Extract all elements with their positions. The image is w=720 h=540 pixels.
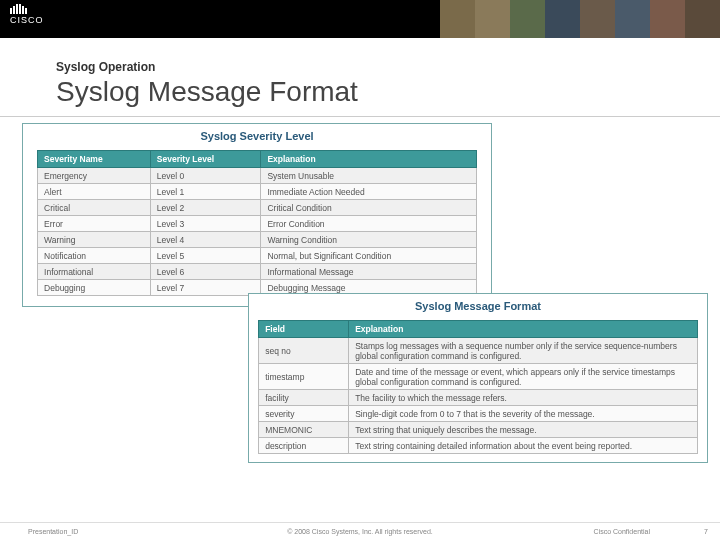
copyright: © 2008 Cisco Systems, Inc. All rights re… xyxy=(287,528,433,535)
brand-text: CISCO xyxy=(10,15,44,25)
table-row: InformationalLevel 6Informational Messag… xyxy=(38,264,477,280)
severity-title: Syslog Severity Level xyxy=(23,124,491,150)
col-header: Explanation xyxy=(349,321,698,338)
format-title: Syslog Message Format xyxy=(249,294,707,320)
confidential: Cisco Confidential xyxy=(594,528,650,535)
table-header-row: Field Explanation xyxy=(259,321,698,338)
table-row: AlertLevel 1Immediate Action Needed xyxy=(38,184,477,200)
format-panel: Syslog Message Format Field Explanation … xyxy=(248,293,708,463)
table-row: MNEMONICText string that uniquely descri… xyxy=(259,422,698,438)
col-header: Field xyxy=(259,321,349,338)
table-row: ErrorLevel 3Error Condition xyxy=(38,216,477,232)
footer: Presentation_ID © 2008 Cisco Systems, In… xyxy=(0,522,720,540)
table-row: severitySingle-digit code from 0 to 7 th… xyxy=(259,406,698,422)
table-row: descriptionText string containing detail… xyxy=(259,438,698,454)
table-row: CriticalLevel 2Critical Condition xyxy=(38,200,477,216)
content-area: Syslog Severity Level Severity Name Seve… xyxy=(0,116,720,526)
table-row: NotificationLevel 5Normal, but Significa… xyxy=(38,248,477,264)
page-number: 7 xyxy=(704,528,708,535)
col-header: Severity Level xyxy=(150,151,261,168)
slide-title: Syslog Message Format xyxy=(56,76,720,108)
col-header: Explanation xyxy=(261,151,477,168)
table-row: facilityThe facility to which the messag… xyxy=(259,390,698,406)
table-row: EmergencyLevel 0System Unusable xyxy=(38,168,477,184)
table-row: seq noStamps log messages with a sequenc… xyxy=(259,338,698,364)
table-row: WarningLevel 4Warning Condition xyxy=(38,232,477,248)
photo-strip xyxy=(440,0,720,38)
brand-logo: CISCO xyxy=(10,4,44,25)
table-row: timestampDate and time of the message or… xyxy=(259,364,698,390)
table-header-row: Severity Name Severity Level Explanation xyxy=(38,151,477,168)
severity-panel: Syslog Severity Level Severity Name Seve… xyxy=(22,123,492,307)
format-table: Field Explanation seq noStamps log messa… xyxy=(258,320,698,454)
severity-table: Severity Name Severity Level Explanation… xyxy=(37,150,477,296)
top-bar: CISCO xyxy=(0,0,720,38)
presentation-id: Presentation_ID xyxy=(28,528,78,535)
slide-overtitle: Syslog Operation xyxy=(56,60,720,74)
col-header: Severity Name xyxy=(38,151,151,168)
